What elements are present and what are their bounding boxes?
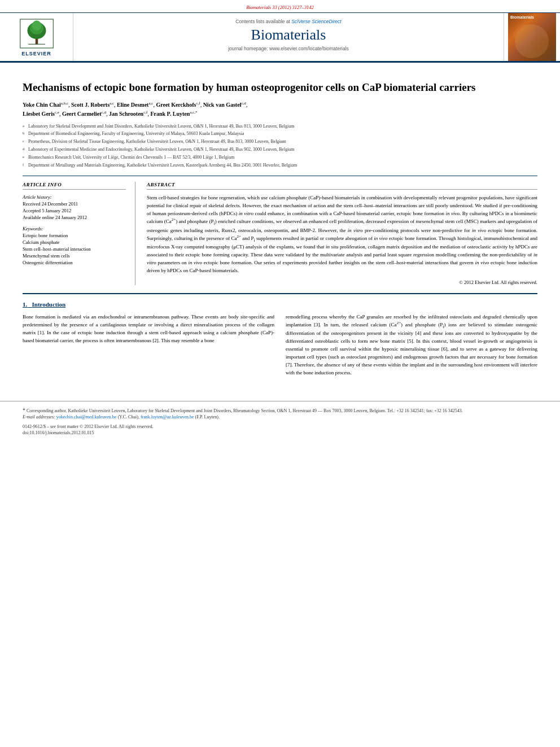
abstract-text: Stem cell-based strategies for bone rege… <box>147 194 537 274</box>
intro-right-col: remodelling process whereby the CaP gran… <box>286 313 537 381</box>
header-content: ELSEVIER Contents lists available at Sci… <box>0 12 560 62</box>
elsevier-tree-icon <box>20 18 54 49</box>
article-title: Mechanisms of ectopic bone formation by … <box>23 81 537 95</box>
journal-title-area: Contents lists available at SciVerse Sci… <box>73 13 504 61</box>
affil-d: d Laboratory of Experimental Medicine an… <box>23 146 537 154</box>
author-3: Eline Desmeta,c, <box>117 102 156 108</box>
affil-c: c Prometheus, Division of Skeletal Tissu… <box>23 138 537 146</box>
affil-f: f Department of Metallurgy and Materials… <box>23 162 537 169</box>
keyword-5: Osteogenic differentiation <box>23 260 126 265</box>
history-header: Article history: <box>23 194 126 200</box>
elsevier-logo: ELSEVIER <box>20 18 54 56</box>
biomaterials-logo-area: Biomaterials <box>504 13 560 61</box>
footnote-star-line: * Corresponding author. Katholieke Unive… <box>23 407 537 413</box>
intro-title: 1. Introduction <box>23 301 537 308</box>
journal-homepage: journal homepage: www.elsevier.com/locat… <box>85 46 492 51</box>
main-divider <box>23 293 537 294</box>
intro-left-col: Bone formation is mediated via an endoch… <box>23 313 274 381</box>
affil-b: b Department of Biomedical Engineering, … <box>23 130 537 138</box>
intro-left-text: Bone formation is mediated via an endoch… <box>23 313 274 345</box>
intro-right-text: remodelling process whereby the CaP gran… <box>286 313 537 377</box>
affil-a: a Laboratory for Skeletal Development an… <box>23 123 537 130</box>
issn-line: 0142-9612/$ – see front matter © 2012 El… <box>23 424 537 429</box>
journal-title: Biomaterials <box>85 27 492 43</box>
main-content: Mechanisms of ectopic bone formation by … <box>0 63 560 390</box>
journal-reference: Biomaterials 33 (2012) 3127–3142 <box>246 5 314 10</box>
biomaterials-logo: Biomaterials <box>508 13 556 61</box>
footer-bottom: 0142-9612/$ – see front matter © 2012 El… <box>23 424 537 435</box>
journal-ref-bar: Biomaterials 33 (2012) 3127–3142 <box>0 5 560 10</box>
article-columns: ARTICLE INFO Article history: Received 2… <box>23 182 537 285</box>
journal-header: Biomaterials 33 (2012) 3127–3142 <box>0 0 560 63</box>
keywords-section: Keywords: Ectopic bone formation Calcium… <box>23 226 126 265</box>
intro-columns: Bone formation is mediated via an endoch… <box>23 313 537 381</box>
article-history: Article history: Received 24 December 20… <box>23 194 126 220</box>
author-6: Geert Carmelietc,d, <box>62 111 109 117</box>
elsevier-logo-area: ELSEVIER <box>0 13 73 61</box>
sciverse-line: Contents lists available at SciVerse Sci… <box>85 19 492 24</box>
page-wrapper: Biomaterials 33 (2012) 3127–3142 <box>0 0 560 747</box>
doi-line: doi:10.1016/j.biomaterials.2012.01.015 <box>23 430 537 435</box>
article-info-header: ARTICLE INFO <box>23 182 126 190</box>
svg-point-9 <box>531 36 548 53</box>
available-date: Available online 24 January 2012 <box>23 215 126 220</box>
abstract-header: ABSTRACT <box>147 182 537 190</box>
keywords-header: Keywords: <box>23 226 126 231</box>
author-8: Frank P. Luytena,c,* <box>150 111 197 117</box>
accepted-date: Accepted 5 January 2012 <box>23 208 126 213</box>
received-date: Received 24 December 2011 <box>23 201 126 207</box>
article-info-column: ARTICLE INFO Article history: Received 2… <box>23 182 135 285</box>
copyright-line: © 2012 Elsevier Ltd. All rights reserved… <box>147 279 537 285</box>
top-divider <box>23 176 537 176</box>
svg-point-5 <box>32 20 41 30</box>
author-1: Yoke Chin Chaia,b,c, <box>23 102 71 108</box>
page-footer: * Corresponding author. Katholieke Unive… <box>0 401 560 441</box>
keyword-3: Stem cell–host–material interaction <box>23 246 126 252</box>
keyword-4: Mesenchymal stem cells <box>23 253 126 259</box>
abstract-paragraph: Stem cell-based strategies for bone rege… <box>147 194 537 274</box>
affil-e: e Biomechanics Research Unit, University… <box>23 154 537 161</box>
keyword-2: Calcium phosphate <box>23 239 126 245</box>
introduction-section: 1. Introduction Bone formation is mediat… <box>23 301 537 381</box>
sciverse-link: SciVerse ScienceDirect <box>291 19 342 24</box>
elsevier-label: ELSEVIER <box>21 51 51 56</box>
affiliations: a Laboratory for Skeletal Development an… <box>23 123 537 169</box>
contents-text: Contents lists available at <box>235 19 290 24</box>
abstract-column: ABSTRACT Stem cell-based strategies for … <box>147 182 537 285</box>
keyword-1: Ectopic bone formation <box>23 233 126 238</box>
email-line: E-mail addresses: yokechin.chai@med.kule… <box>23 414 537 420</box>
author-7: Jan Schrootenc,f, <box>109 111 150 117</box>
author-4: Greet Kerckhofsc,f, <box>156 102 203 108</box>
authors-line: Yoke Chin Chaia,b,c, Scott J. Robertsa,c… <box>23 101 537 119</box>
author-2: Scott J. Robertsa,c, <box>71 102 117 108</box>
